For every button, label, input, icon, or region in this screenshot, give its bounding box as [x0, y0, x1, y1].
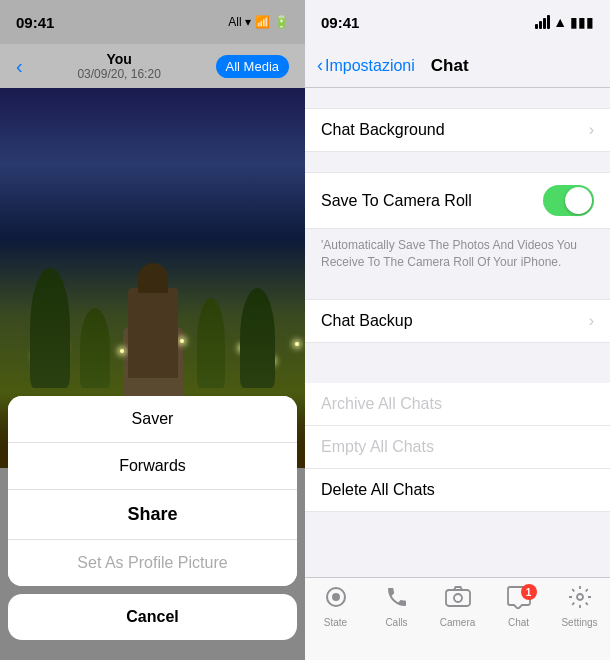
camera-icon	[445, 585, 471, 615]
back-to-settings[interactable]: ‹ Impostazioni	[317, 55, 415, 76]
right-status-icons: ▲ ▮▮▮	[535, 14, 594, 30]
tree-right	[240, 288, 275, 388]
right-nav-title: Chat	[431, 56, 469, 76]
left-contact-name: You	[23, 51, 216, 67]
state-icon	[324, 585, 348, 615]
tab-state-label: State	[324, 617, 347, 628]
right-status-bar: 09:41 ▲ ▮▮▮	[305, 0, 610, 44]
signal-bar-4	[547, 15, 550, 29]
left-back-button[interactable]: ‹	[16, 55, 23, 78]
right-nav-bar: ‹ Impostazioni Chat	[305, 44, 610, 88]
back-label: Impostazioni	[325, 57, 415, 75]
tab-camera-label: Camera	[440, 617, 476, 628]
empty-all-chats-row[interactable]: Empty All Chats	[305, 426, 610, 469]
battery-icon: ▮▮▮	[570, 14, 594, 30]
action-sheet-menu: Saver Forwards Share Set As Profile Pict…	[8, 396, 297, 586]
left-nav-bar: ‹ You 03/09/20, 16:20 All Media	[0, 44, 305, 88]
light-dot	[120, 349, 124, 353]
action-share[interactable]: Share	[8, 490, 297, 540]
save-camera-roll-label: Save To Camera Roll	[321, 192, 472, 210]
chevron-icon: ›	[589, 121, 594, 139]
light-dot	[295, 342, 299, 346]
section-chat-backup: Chat Backup ›	[305, 299, 610, 343]
save-camera-roll-toggle[interactable]	[543, 185, 594, 216]
back-chevron-icon: ‹	[317, 55, 323, 76]
tab-camera[interactable]: Camera	[427, 586, 488, 628]
section-divider-2	[305, 363, 610, 383]
tree-mid-left	[80, 308, 110, 388]
chat-background-row[interactable]: Chat Background ›	[305, 108, 610, 152]
wifi-icon: 📶	[255, 15, 270, 29]
section-chat-background: Chat Background ›	[305, 108, 610, 152]
delete-all-chats-row[interactable]: Delete All Chats	[305, 469, 610, 512]
tower-decoration	[128, 288, 178, 378]
signal-icon	[535, 15, 550, 29]
chat-backup-label: Chat Backup	[321, 312, 413, 330]
tab-chat-label: Chat	[508, 617, 529, 628]
tab-settings-icon-wrap	[566, 586, 594, 614]
left-nav-info: You 03/09/20, 16:20	[23, 51, 216, 81]
left-status-icons: All ▾ 📶 🔋	[228, 15, 289, 29]
tab-chat-icon-wrap: 1	[505, 586, 533, 614]
tab-state-icon-wrap	[322, 586, 350, 614]
svg-point-1	[333, 594, 339, 600]
chevron-icon-backup: ›	[589, 312, 594, 330]
chat-backup-row[interactable]: Chat Backup ›	[305, 299, 610, 343]
settings-icon	[568, 585, 592, 615]
left-panel: 09:41 All ▾ 📶 🔋 ‹ You 03/09/20, 16:20 Al…	[0, 0, 305, 660]
tab-calls-label: Calls	[385, 617, 407, 628]
tab-state[interactable]: State	[305, 586, 366, 628]
tower-top	[138, 263, 168, 293]
tab-camera-icon-wrap	[444, 586, 472, 614]
all-media-button[interactable]: All Media	[216, 55, 289, 78]
signal-bar-3	[543, 18, 546, 29]
chat-background-label: Chat Background	[321, 121, 445, 139]
archive-all-chats-row[interactable]: Archive All Chats	[305, 383, 610, 426]
delete-all-chats-label: Delete All Chats	[321, 481, 435, 498]
empty-all-chats-label: Empty All Chats	[321, 438, 434, 455]
toggle-knob	[565, 187, 592, 214]
tree-mid-right	[197, 298, 225, 388]
battery-icon: 🔋	[274, 15, 289, 29]
action-sheet: Saver Forwards Share Set As Profile Pict…	[0, 396, 305, 660]
light-dot	[180, 339, 184, 343]
action-save[interactable]: Saver	[8, 396, 297, 443]
tab-calls-icon-wrap	[383, 586, 411, 614]
signal-bar-1	[535, 24, 538, 29]
action-set-profile[interactable]: Set As Profile Picture	[8, 540, 297, 586]
right-panel: 09:41 ▲ ▮▮▮ ‹ Impostazioni Chat Chat Bac…	[305, 0, 610, 660]
left-date: 03/09/20, 16:20	[23, 67, 216, 81]
calls-icon	[385, 585, 409, 615]
svg-point-3	[454, 594, 462, 602]
section-divider-1	[305, 279, 610, 299]
right-time: 09:41	[321, 14, 359, 31]
network-label: All ▾	[228, 15, 251, 29]
signal-bar-2	[539, 21, 542, 29]
svg-point-4	[577, 594, 583, 600]
action-cancel[interactable]: Cancel	[8, 594, 297, 640]
tab-calls[interactable]: Calls	[366, 586, 427, 628]
tab-settings-label: Settings	[561, 617, 597, 628]
archive-all-chats-label: Archive All Chats	[321, 395, 442, 412]
left-status-bar: 09:41 All ▾ 📶 🔋	[0, 0, 305, 44]
chat-badge: 1	[521, 584, 537, 600]
tab-chat[interactable]: 1 Chat	[488, 586, 549, 628]
settings-content: Chat Background › Save To Camera Roll 'A…	[305, 88, 610, 577]
tab-settings[interactable]: Settings	[549, 586, 610, 628]
save-camera-roll-description: 'Automatically Save The Photos And Video…	[305, 229, 610, 279]
left-time: 09:41	[16, 14, 54, 31]
action-forward[interactable]: Forwards	[8, 443, 297, 490]
section-save-camera-roll: Save To Camera Roll 'Automatically Save …	[305, 172, 610, 279]
tree-left	[30, 268, 70, 388]
wifi-icon: ▲	[553, 14, 567, 30]
tab-bar: State Calls	[305, 577, 610, 660]
section-chat-management: Archive All Chats Empty All Chats Delete…	[305, 383, 610, 512]
svg-rect-2	[446, 590, 470, 606]
save-camera-roll-row[interactable]: Save To Camera Roll	[305, 172, 610, 229]
